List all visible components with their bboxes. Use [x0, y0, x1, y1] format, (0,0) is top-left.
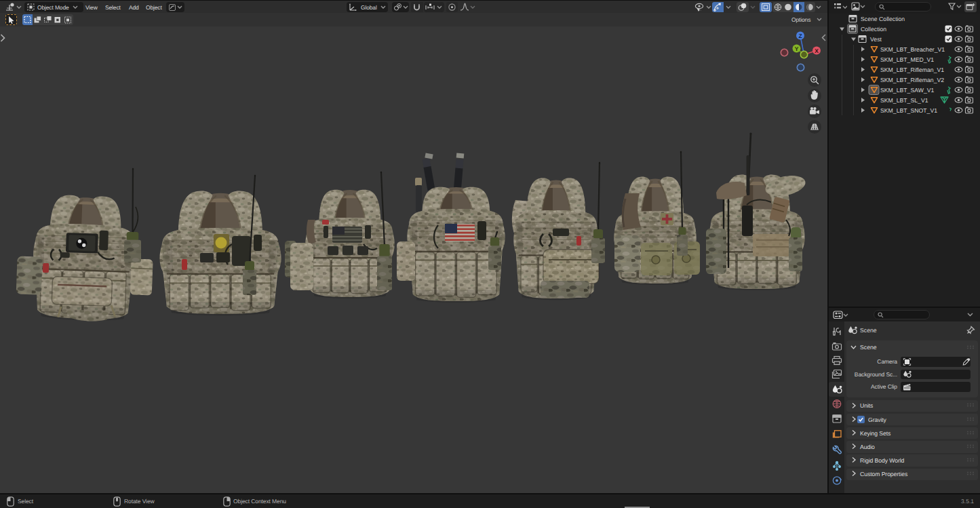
svg-text:SKM_LBT_Breacher_V1: SKM_LBT_Breacher_V1 [880, 46, 945, 53]
svg-text:SKM_LBT_Rifleman_V1: SKM_LBT_Rifleman_V1 [880, 66, 944, 73]
svg-text:SKM_LBT_SL_V1: SKM_LBT_SL_V1 [880, 97, 928, 104]
svg-text:Scene Collection: Scene Collection [861, 16, 905, 22]
svg-text:Vest: Vest [870, 36, 882, 43]
svg-text:Z: Z [798, 33, 802, 39]
svg-text:Collection: Collection [861, 26, 886, 33]
svg-text:Y: Y [795, 45, 799, 52]
svg-text:SKM_LBT_Rifleman_V2: SKM_LBT_Rifleman_V2 [880, 77, 944, 83]
svg-text:SKM_LBT_MED_V1: SKM_LBT_MED_V1 [880, 56, 934, 63]
svg-text:SKM_LBT_SAW_V1: SKM_LBT_SAW_V1 [880, 87, 935, 94]
svg-text:X: X [815, 47, 819, 54]
svg-text:SKM_LBT_SNOT_V1: SKM_LBT_SNOT_V1 [880, 107, 937, 114]
